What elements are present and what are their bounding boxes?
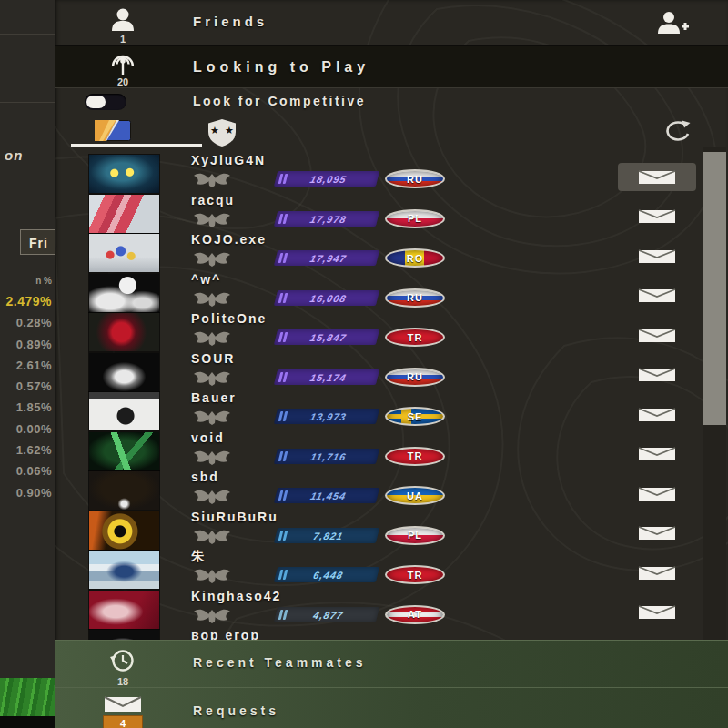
svg-text:★: ★ [225, 125, 234, 136]
friend-row[interactable]: 朱 6,448 TR [55, 549, 728, 589]
friends-header: 1 Friends [55, 0, 728, 46]
country-code: RU [407, 292, 423, 303]
friend-avatar-light-scene-figures [89, 234, 159, 272]
country-flag-pill: TR [385, 447, 445, 466]
premier-rating-badge: 15,174 [274, 369, 379, 385]
looking-to-play-section[interactable]: 20 Looking to Play [55, 46, 728, 88]
envelope-icon [638, 408, 676, 422]
message-button[interactable] [618, 163, 696, 191]
premier-wings-icon [193, 566, 231, 586]
friend-row[interactable]: ^w^ 16,008 RU [55, 272, 728, 312]
country-flag-pill: PL [385, 209, 445, 228]
country-code: SE [408, 411, 423, 422]
friend-row[interactable]: Bauer 13,973 SE [55, 390, 728, 430]
message-button[interactable] [618, 400, 696, 429]
tab-premier[interactable] [71, 116, 202, 147]
premier-rating-value: 15,174 [286, 371, 379, 382]
premier-rating-value: 15,847 [286, 332, 379, 343]
friend-row[interactable]: void 11,716 TR [55, 430, 728, 470]
friend-rating-row: 18,095 RU [191, 168, 610, 192]
friend-row[interactable]: Kinghaso42 4,877 AT [55, 589, 728, 629]
refresh-button[interactable] [662, 118, 693, 146]
scrollbar-thumb[interactable] [703, 152, 726, 425]
svg-text:★: ★ [210, 125, 219, 136]
friend-row[interactable]: racqu 17,978 PL [55, 193, 728, 233]
refresh-icon [662, 119, 692, 145]
friend-rating-row: 17,947 RO [191, 248, 610, 271]
background-percentage-value: 1.85% [0, 397, 52, 418]
friend-row[interactable]: KOJO.exe 17,947 RO [55, 232, 728, 272]
country-flag-pill: RO [385, 248, 445, 268]
look-for-competitive-toggle[interactable] [85, 94, 126, 110]
premier-rating-value: 16,008 [286, 292, 379, 303]
requests-count-badge: 4 [103, 715, 143, 728]
person-icon [97, 7, 148, 33]
active-tab-underline [71, 144, 202, 147]
envelope-icon [638, 487, 676, 501]
friend-row[interactable]: PoliteOne 15,847 TR [55, 311, 728, 351]
friend-avatar-white-skull-mask [89, 353, 159, 391]
friend-name: void [191, 430, 225, 445]
message-button[interactable] [618, 559, 696, 587]
friend-row[interactable]: SOUR 15,174 RU [55, 351, 728, 391]
message-button[interactable] [618, 242, 696, 270]
message-button[interactable] [618, 361, 696, 389]
friend-avatar-blue-skull-glowing-eyes [89, 155, 159, 193]
country-flag-pill: PL [385, 526, 445, 545]
background-green-band [0, 678, 55, 716]
premier-wings-icon [193, 329, 231, 349]
message-button[interactable] [618, 440, 696, 469]
online-friends-count: 1 [97, 7, 148, 45]
country-code: RU [407, 174, 423, 185]
premier-wings-icon [193, 408, 231, 428]
recent-teammates-section[interactable]: 18 Recent Teammates [55, 641, 728, 688]
friend-row[interactable]: XyJluG4N 18,095 RU [55, 153, 728, 193]
background-percentage-list: 2.479%0.28%0.89%2.61%0.57%1.85%0.00%1.62… [0, 291, 52, 503]
country-code: AT [408, 609, 422, 620]
premier-wings-icon [193, 210, 231, 230]
requests-count: 4 [97, 696, 148, 728]
premier-mode-icon [95, 120, 131, 141]
friend-name: Kinghaso42 [191, 589, 281, 603]
country-code: PL [408, 213, 422, 224]
add-friend-button[interactable] [653, 9, 690, 38]
tab-wingman[interactable]: ★ ★ [202, 116, 302, 147]
friend-name: SiuRuBuRu [191, 510, 278, 524]
premier-wings-icon [193, 289, 231, 309]
background-percentage-value: 0.57% [0, 376, 52, 397]
scrollbar-track[interactable] [703, 147, 726, 640]
premier-rating-value: 17,978 [286, 213, 379, 224]
premier-rating-badge: 17,947 [274, 250, 379, 266]
friend-rating-row: 15,847 TR [191, 327, 610, 350]
friend-avatar-dark-red-rose [89, 313, 159, 351]
friend-name: sbd [191, 470, 219, 484]
country-flag-pill: RU [385, 288, 445, 308]
friend-row[interactable]: SiuRuBuRu 7,821 PL [55, 510, 728, 550]
message-button[interactable] [618, 203, 696, 231]
premier-rating-value: 13,973 [286, 411, 379, 422]
premier-rating-badge: 6,448 [274, 567, 379, 582]
look-for-competitive-label: Look for Competitive [193, 94, 366, 108]
looking-to-play-label: Looking to Play [193, 59, 369, 76]
friend-row[interactable]: вор егор [55, 628, 728, 640]
friend-rating-row: 4,877 AT [191, 604, 610, 628]
message-button[interactable] [618, 282, 696, 310]
friend-avatar-light-blue-anime-scene [89, 551, 159, 589]
country-flag-pill: RU [385, 169, 445, 188]
background-percentage-value: 2.61% [0, 355, 52, 376]
message-button[interactable] [618, 520, 696, 548]
premier-rating-value: 7,821 [286, 530, 379, 541]
message-button[interactable] [618, 480, 696, 508]
friend-avatar-beckenbauer-jersey [89, 392, 159, 430]
friends-panel: 1 Friends [55, 0, 728, 728]
friend-row[interactable]: sbd 11,454 UA [55, 470, 728, 510]
background-percentage-value: 0.89% [0, 334, 52, 355]
message-button[interactable] [618, 599, 696, 627]
requests-section[interactable]: 4 Requests [55, 689, 728, 728]
friend-avatar-orange-eye-art [89, 511, 159, 550]
premier-rating-badge: 11,716 [274, 449, 379, 464]
friend-avatar-dark-bird-creature [89, 471, 159, 510]
envelope-icon [638, 209, 676, 224]
background-friends-tab-button[interactable]: Fri [20, 229, 55, 255]
message-button[interactable] [618, 321, 696, 349]
